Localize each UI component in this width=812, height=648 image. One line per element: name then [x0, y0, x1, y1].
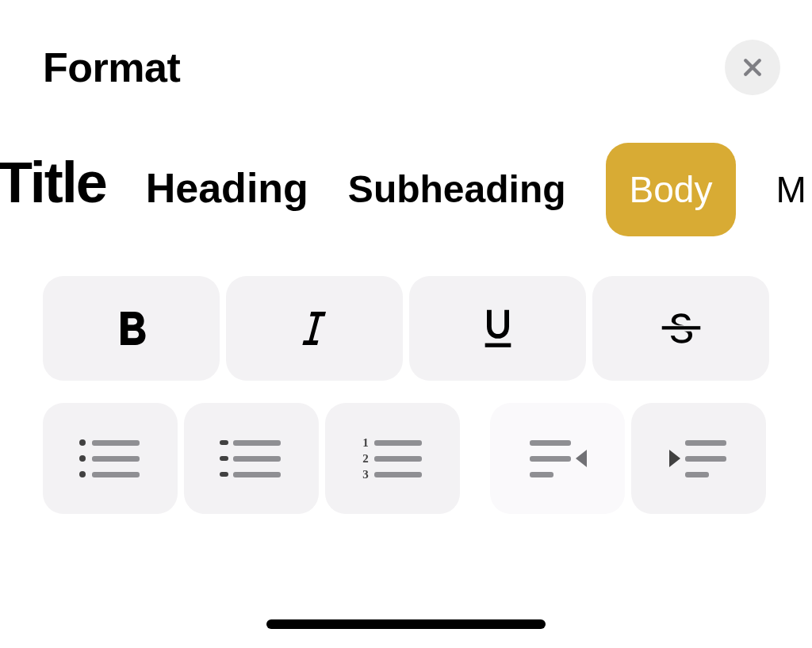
svg-rect-13 [233, 456, 281, 462]
svg-rect-19 [374, 456, 422, 462]
strikethrough-icon [659, 306, 703, 351]
svg-rect-24 [530, 472, 553, 477]
style-monospaced[interactable]: M [776, 168, 806, 211]
panel-header: Format [0, 8, 812, 119]
svg-rect-21 [374, 472, 422, 477]
svg-rect-23 [530, 456, 571, 462]
bold-icon [109, 306, 154, 351]
svg-rect-17 [374, 440, 422, 446]
svg-rect-5 [92, 440, 140, 446]
svg-rect-10 [220, 440, 228, 445]
outdent-icon [522, 431, 593, 486]
svg-rect-3 [661, 326, 700, 329]
bullet-list-icon [75, 431, 146, 486]
numbered-list-icon: 1 2 3 [357, 431, 428, 486]
italic-button[interactable] [226, 276, 403, 381]
list-format-row: 1 2 3 [0, 403, 812, 514]
svg-rect-22 [530, 440, 571, 446]
svg-rect-14 [220, 472, 228, 477]
svg-rect-15 [233, 472, 281, 477]
bold-button[interactable] [43, 276, 220, 381]
underline-icon [476, 306, 520, 351]
numbered-list-button[interactable]: 1 2 3 [325, 403, 460, 514]
svg-rect-25 [685, 440, 726, 446]
outdent-button[interactable] [490, 403, 625, 514]
svg-rect-7 [92, 456, 140, 462]
home-indicator[interactable] [266, 619, 546, 629]
style-subheading[interactable]: Subheading [348, 167, 566, 211]
indent-icon [663, 431, 734, 486]
style-title[interactable]: Title [0, 150, 106, 215]
paragraph-styles-row[interactable]: Title Heading Subheading Body M [0, 119, 812, 276]
panel-title: Format [43, 44, 180, 91]
svg-text:1: 1 [362, 436, 369, 449]
dash-list-icon [216, 431, 287, 486]
svg-point-6 [79, 455, 86, 462]
bullet-list-button[interactable] [43, 403, 178, 514]
dash-list-button[interactable] [184, 403, 319, 514]
close-icon [741, 56, 764, 79]
italic-icon [293, 306, 337, 351]
indent-button[interactable] [631, 403, 766, 514]
text-format-row [0, 276, 812, 381]
list-buttons-group: 1 2 3 [43, 403, 460, 514]
strikethrough-button[interactable] [592, 276, 769, 381]
svg-point-4 [79, 439, 86, 446]
svg-rect-27 [685, 472, 709, 477]
underline-button[interactable] [409, 276, 586, 381]
svg-point-8 [79, 471, 86, 477]
svg-rect-9 [92, 472, 140, 477]
svg-rect-11 [233, 440, 281, 446]
svg-rect-2 [485, 343, 511, 347]
svg-rect-12 [220, 456, 228, 461]
svg-rect-26 [685, 456, 726, 462]
style-body[interactable]: Body [606, 143, 737, 236]
close-button[interactable] [725, 40, 780, 95]
svg-text:3: 3 [362, 468, 369, 481]
svg-text:2: 2 [362, 452, 369, 465]
indent-buttons-group [490, 403, 766, 514]
format-panel: Format Title Heading Subheading Body M [0, 0, 812, 648]
style-heading[interactable]: Heading [146, 164, 308, 212]
